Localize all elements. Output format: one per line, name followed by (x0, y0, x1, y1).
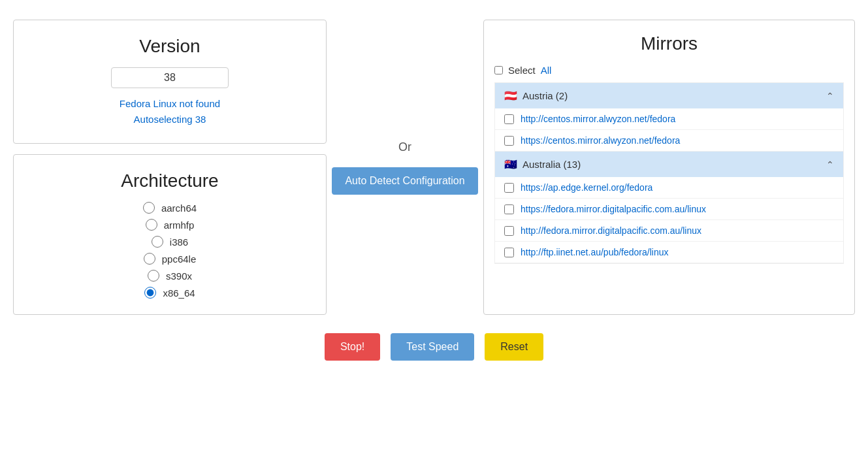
version-info-line2: Autoselecting 38 (27, 112, 313, 127)
austria-collapse-icon: ⌃ (826, 91, 834, 101)
arch-radio-aarch64[interactable] (143, 202, 155, 214)
mirrors-title: Mirrors (494, 33, 844, 54)
arch-option-i386[interactable]: i386 (152, 236, 188, 248)
mirror-link-au-1[interactable]: https://ap.edge.kernel.org/fedora (521, 182, 652, 193)
select-label: Select (508, 65, 536, 76)
mirror-link-at-1[interactable]: http://centos.mirror.alwyzon.net/fedora (521, 114, 675, 124)
mirror-link-au-2[interactable]: https://fedora.mirror.digitalpacific.com… (521, 204, 706, 214)
mirror-item: https://fedora.mirror.digitalpacific.com… (495, 199, 843, 220)
country-header-australia[interactable]: 🇦🇺 Australia (13) ⌃ (495, 152, 843, 177)
version-info: Fedora Linux not found Autoselecting 38 (27, 96, 313, 127)
main-layout: Version Fedora Linux not found Autoselec… (13, 20, 855, 315)
test-speed-button[interactable]: Test Speed (391, 333, 474, 361)
arch-option-s390x[interactable]: s390x (148, 270, 192, 282)
architecture-title: Architecture (27, 171, 313, 191)
mirror-item: https://ap.edge.kernel.org/fedora (495, 177, 843, 199)
all-link[interactable]: All (541, 65, 552, 76)
mirror-link-au-3[interactable]: http://fedora.mirror.digitalpacific.com.… (521, 225, 701, 236)
country-header-austria[interactable]: 🇦🇹 Austria (2) ⌃ (495, 83, 843, 108)
mirror-checkbox-at-2[interactable] (504, 136, 514, 146)
arch-label-aarch64: aarch64 (161, 203, 197, 214)
australia-flag: 🇦🇺 (504, 158, 517, 171)
australia-label: Australia (13) (522, 159, 581, 170)
or-text: Or (398, 140, 411, 154)
left-column: Version Fedora Linux not found Autoselec… (13, 20, 327, 315)
mirror-link-at-2[interactable]: https://centos.mirror.alwyzon.net/fedora (521, 135, 680, 146)
arch-radio-i386[interactable] (152, 236, 163, 248)
mirror-item: http://ftp.iinet.net.au/pub/fedora/linux (495, 242, 843, 263)
arch-option-ppc64le[interactable]: ppc64le (144, 253, 197, 265)
version-info-line1: Fedora Linux not found (27, 96, 313, 112)
mirrors-scroll-area[interactable]: 🇦🇹 Austria (2) ⌃ http://centos.mirror.al… (494, 82, 844, 264)
arch-radio-s390x[interactable] (148, 270, 159, 282)
austria-mirrors: http://centos.mirror.alwyzon.net/fedora … (495, 108, 843, 152)
arch-label-ppc64le: ppc64le (162, 253, 197, 265)
mirror-item: http://fedora.mirror.digitalpacific.com.… (495, 220, 843, 242)
austria-flag: 🇦🇹 (504, 90, 517, 102)
mirror-checkbox-at-1[interactable] (504, 114, 514, 124)
arch-label-armhfp: armhfp (164, 220, 195, 231)
version-input-wrap (27, 67, 313, 88)
reset-button[interactable]: Reset (485, 333, 543, 361)
arch-option-armhfp[interactable]: armhfp (146, 219, 195, 231)
bottom-bar: Stop! Test Speed Reset (325, 333, 543, 361)
version-input[interactable] (111, 67, 229, 88)
mirrors-panel: Mirrors Select All 🇦🇹 Austria (2) ⌃ http… (483, 20, 855, 315)
austria-label: Austria (2) (522, 90, 568, 101)
mirror-item: http://centos.mirror.alwyzon.net/fedora (495, 108, 843, 130)
arch-radio-x86_64[interactable] (144, 287, 156, 299)
austria-header-left: 🇦🇹 Austria (2) (504, 90, 568, 102)
arch-option-x86_64[interactable]: x86_64 (144, 287, 195, 299)
arch-option-aarch64[interactable]: aarch64 (143, 202, 197, 214)
australia-header-left: 🇦🇺 Australia (13) (504, 158, 581, 171)
version-title: Version (27, 36, 313, 57)
stop-button[interactable]: Stop! (325, 333, 380, 361)
mirror-checkbox-au-3[interactable] (504, 226, 514, 236)
arch-label-i386: i386 (170, 236, 188, 248)
arch-label-x86_64: x86_64 (163, 287, 195, 299)
version-card: Version Fedora Linux not found Autoselec… (13, 20, 327, 144)
architecture-card: Architecture aarch64 armhfp i386 ppc64le (13, 154, 327, 315)
australia-collapse-icon: ⌃ (826, 159, 834, 170)
mirror-item: https://centos.mirror.alwyzon.net/fedora (495, 130, 843, 152)
select-all-row: Select All (494, 65, 844, 76)
architecture-list: aarch64 armhfp i386 ppc64le s390x (27, 202, 313, 299)
select-all-checkbox[interactable] (494, 66, 503, 74)
middle-column: Or Auto Detect Configuration (340, 20, 470, 315)
mirror-link-au-4[interactable]: http://ftp.iinet.net.au/pub/fedora/linux (521, 247, 669, 257)
mirror-checkbox-au-2[interactable] (504, 204, 514, 214)
mirror-checkbox-au-1[interactable] (504, 183, 514, 193)
arch-radio-ppc64le[interactable] (144, 253, 155, 265)
arch-radio-armhfp[interactable] (146, 219, 157, 231)
auto-detect-button[interactable]: Auto Detect Configuration (332, 167, 477, 195)
arch-label-s390x: s390x (166, 270, 192, 282)
australia-mirrors: https://ap.edge.kernel.org/fedora https:… (495, 177, 843, 263)
mirror-checkbox-au-4[interactable] (504, 248, 514, 257)
